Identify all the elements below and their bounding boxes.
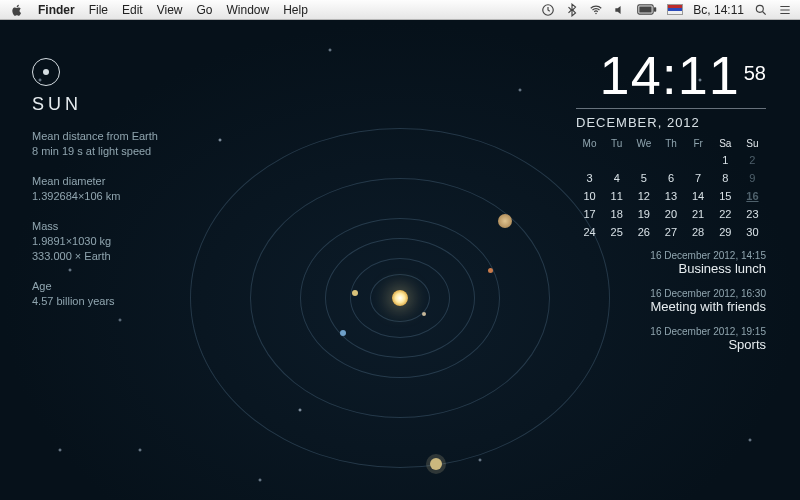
calendar-day: 25 — [603, 223, 630, 241]
sun-fact-mass: Mass 1.9891×1030 kg 333.000 × Earth — [32, 219, 262, 265]
event-when: 16 December 2012, 19:15 — [650, 326, 766, 337]
notification-center-icon[interactable] — [778, 3, 792, 17]
calendar-day — [685, 151, 712, 169]
event-title: Business lunch — [650, 261, 766, 276]
calendar-day — [657, 151, 684, 169]
orbit-mars — [300, 218, 500, 378]
svg-point-1 — [596, 12, 598, 14]
orbit-venus — [350, 258, 450, 338]
calendar-day: 12 — [630, 187, 657, 205]
sun-fact-diameter: Mean diameter 1.392684×106 km — [32, 174, 262, 205]
calendar-dow: Tu — [603, 136, 630, 151]
spotlight-icon[interactable] — [754, 3, 768, 17]
calendar-day: 18 — [603, 205, 630, 223]
calendar-day: 17 — [576, 205, 603, 223]
calendar-day: 27 — [657, 223, 684, 241]
planet-venus — [352, 290, 358, 296]
menubar-item-window[interactable]: Window — [227, 3, 270, 17]
clock-seconds: 58 — [744, 62, 766, 84]
menubar-item-help[interactable]: Help — [283, 3, 308, 17]
calendar-dow: We — [630, 136, 657, 151]
calendar-day: 19 — [630, 205, 657, 223]
event-title: Meeting with friends — [650, 299, 766, 314]
fact-label: Mass — [32, 219, 262, 234]
planet-mars — [488, 268, 493, 273]
calendar-day: 24 — [576, 223, 603, 241]
planet-earth — [340, 330, 346, 336]
calendar-dow: Mo — [576, 136, 603, 151]
battery-icon[interactable] — [637, 4, 657, 15]
calendar-day: 10 — [576, 187, 603, 205]
fact-value: 4.57 billion years — [32, 294, 262, 309]
calendar-day — [576, 151, 603, 169]
clock-hours-minutes: 14:11 — [600, 45, 740, 105]
event-title: Sports — [650, 337, 766, 352]
menubar-item-edit[interactable]: Edit — [122, 3, 143, 17]
calendar-day: 5 — [630, 169, 657, 187]
calendar-day: 9 — [739, 169, 766, 187]
calendar-day: 6 — [657, 169, 684, 187]
svg-rect-4 — [654, 7, 656, 12]
orbit-earth — [325, 238, 475, 358]
calendar-grid: MoTuWeThFrSaSu 1234567891011121314151617… — [576, 136, 766, 241]
event-when: 16 December 2012, 14:15 — [650, 250, 766, 261]
sun-panel-title: SUN — [32, 94, 262, 115]
calendar-day: 21 — [685, 205, 712, 223]
menubar-left: Finder File Edit View Go Window Help — [0, 3, 308, 17]
fact-label: Age — [32, 279, 262, 294]
calendar-day: 14 — [685, 187, 712, 205]
planet-mercury — [422, 312, 426, 316]
apple-logo-icon[interactable] — [10, 3, 24, 17]
calendar-widget: DECEMBER, 2012 MoTuWeThFrSaSu 1234567891… — [576, 108, 766, 241]
orbit-mercury — [370, 274, 430, 322]
calendar-day: 7 — [685, 169, 712, 187]
menubar-item-go[interactable]: Go — [197, 3, 213, 17]
calendar-day — [630, 151, 657, 169]
calendar-day: 13 — [657, 187, 684, 205]
calendar-day: 4 — [603, 169, 630, 187]
calendar-day: 2 — [739, 151, 766, 169]
bluetooth-icon[interactable] — [565, 3, 579, 17]
calendar-day: 3 — [576, 169, 603, 187]
calendar-day: 30 — [739, 223, 766, 241]
menubar-item-file[interactable]: File — [89, 3, 108, 17]
calendar-day: 28 — [685, 223, 712, 241]
fact-value: 8 min 19 s at light speed — [32, 144, 262, 159]
fact-value: 1.9891×1030 kg 333.000 × Earth — [32, 234, 262, 265]
wifi-icon[interactable] — [589, 3, 603, 17]
calendar-month-label: DECEMBER, 2012 — [576, 108, 766, 130]
calendar-dow: Th — [657, 136, 684, 151]
svg-point-5 — [756, 5, 763, 12]
calendar-dow: Su — [739, 136, 766, 151]
volume-icon[interactable] — [613, 3, 627, 17]
calendar-day: 11 — [603, 187, 630, 205]
event-item: 16 December 2012, 16:30Meeting with frie… — [650, 288, 766, 314]
sun-fact-distance: Mean distance from Earth 8 min 19 s at l… — [32, 129, 262, 160]
calendar-day: 8 — [712, 169, 739, 187]
calendar-day — [603, 151, 630, 169]
calendar-dow: Fr — [685, 136, 712, 151]
menubar-app-name[interactable]: Finder — [38, 3, 75, 17]
calendar-day: 1 — [712, 151, 739, 169]
fact-label: Mean diameter — [32, 174, 262, 189]
sun-fact-age: Age 4.57 billion years — [32, 279, 262, 310]
time-machine-icon[interactable] — [541, 3, 555, 17]
calendar-day: 15 — [712, 187, 739, 205]
sun-info-panel: SUN Mean distance from Earth 8 min 19 s … — [32, 58, 262, 324]
desktop-clock: 14:1158 — [600, 44, 766, 106]
planet-saturn — [430, 458, 442, 470]
event-item: 16 December 2012, 14:15Business lunch — [650, 250, 766, 276]
sun-icon — [392, 290, 408, 306]
input-source-flag-icon[interactable] — [667, 4, 683, 15]
menubar-item-view[interactable]: View — [157, 3, 183, 17]
calendar-day: 23 — [739, 205, 766, 223]
sun-symbol-icon — [32, 58, 60, 86]
planet-jupiter — [498, 214, 512, 228]
calendar-dow: Sa — [712, 136, 739, 151]
fact-label: Mean distance from Earth — [32, 129, 262, 144]
calendar-day: 16 — [739, 187, 766, 205]
menubar-right: Bc, 14:11 — [541, 3, 800, 17]
menubar-clock[interactable]: Bc, 14:11 — [693, 3, 744, 17]
calendar-day: 20 — [657, 205, 684, 223]
svg-rect-3 — [640, 6, 652, 12]
